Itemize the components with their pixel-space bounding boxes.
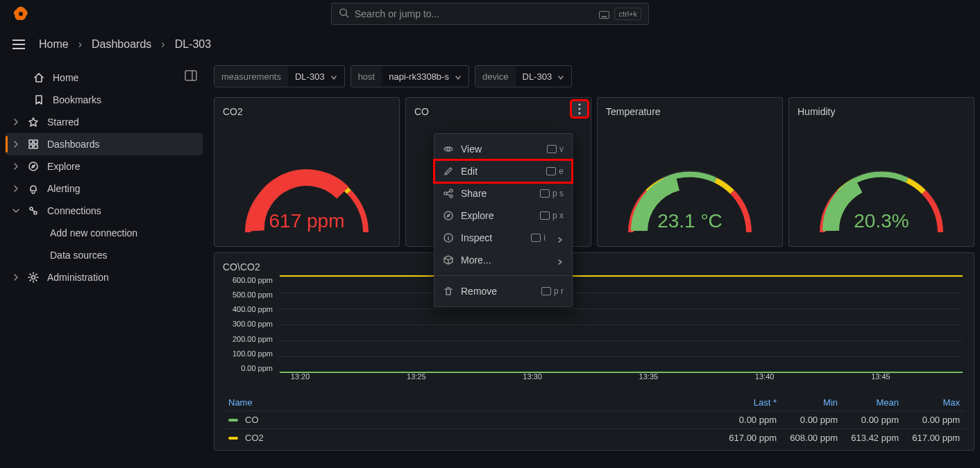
sidebar-item-dashboards[interactable]: Dashboards: [6, 133, 203, 155]
variable-host[interactable]: host napi-rk3308b-s: [350, 65, 469, 87]
gauge-reading: 23.1 °C: [617, 210, 763, 232]
search-shortcut: ctrl+k: [614, 8, 641, 20]
panel-title: CO\CO2: [223, 261, 965, 272]
share-icon: [443, 188, 454, 199]
gauge-humidity: 20.3%: [809, 149, 954, 239]
keyboard-icon: [540, 211, 550, 220]
gauge-reading: 617 ppm: [234, 210, 380, 232]
panel-title: CO: [414, 106, 582, 117]
svg-point-0: [19, 12, 23, 16]
search-icon: [339, 8, 355, 20]
sidebar-item-label: Add new connection: [50, 227, 137, 239]
breadcrumb-sep: ›: [78, 38, 82, 51]
sidebar-item-label: Connections: [47, 205, 101, 216]
x-axis: 13:20 13:25 13:30 13:35 13:40 13:45: [280, 372, 963, 382]
sidebar-item-label: Alerting: [47, 183, 80, 194]
sidebar-item-explore[interactable]: Explore: [6, 155, 203, 177]
chevron-down-icon: [11, 206, 21, 216]
panel-co2[interactable]: CO2 617 ppm: [214, 97, 400, 247]
sidebar-item-label: Data sources: [50, 250, 107, 261]
sidebar-item-add-connection[interactable]: Add new connection: [6, 222, 203, 244]
svg-point-22: [444, 211, 453, 220]
menu-separator: [434, 275, 572, 276]
keyboard-icon: [546, 167, 556, 175]
keyboard-icon: [599, 10, 610, 18]
variable-label: host: [351, 66, 382, 87]
sidebar-item-label: Home: [53, 72, 78, 83]
edit-icon: [443, 166, 454, 177]
svg-rect-9: [29, 145, 33, 148]
legend-col-last[interactable]: Last *: [716, 397, 777, 408]
svg-rect-8: [34, 140, 37, 144]
sidebar-item-home[interactable]: Home: [6, 67, 203, 89]
menu-toggle-button[interactable]: [12, 36, 29, 53]
legend-col-max[interactable]: Max: [899, 397, 960, 408]
variable-device[interactable]: device DL-303: [475, 65, 572, 87]
sidebar-item-alerting[interactable]: Alerting: [6, 177, 203, 200]
legend-col-name[interactable]: Name: [228, 397, 716, 408]
svg-line-2: [346, 15, 348, 17]
chevron-down-icon: [330, 73, 337, 80]
legend-col-min[interactable]: Min: [777, 397, 838, 408]
sidebar-item-administration[interactable]: Administration: [6, 266, 203, 288]
breadcrumb-home[interactable]: Home: [39, 38, 69, 51]
svg-rect-3: [600, 11, 609, 18]
variable-label: measurements: [214, 66, 288, 87]
svg-point-16: [579, 108, 581, 110]
menu-item-edit[interactable]: Edit e: [434, 160, 572, 182]
global-search-input[interactable]: Search or jump to... ctrl+k: [331, 3, 649, 25]
breadcrumb-current[interactable]: DL-303: [175, 38, 211, 51]
menu-item-remove[interactable]: Remove p r: [434, 280, 572, 302]
sidebar-item-data-sources[interactable]: Data sources: [6, 244, 203, 266]
sidebar-item-label: Administration: [47, 272, 109, 283]
keyboard-icon: [540, 189, 550, 198]
gauge-co2: 617 ppm: [234, 149, 380, 239]
svg-point-11: [29, 162, 37, 171]
top-bar: Search or jump to... ctrl+k: [0, 0, 980, 28]
keyboard-icon: [547, 145, 557, 153]
sidebar-item-bookmarks[interactable]: Bookmarks: [6, 89, 203, 111]
svg-rect-4: [602, 16, 607, 17]
sidebar-item-starred[interactable]: Starred: [6, 111, 203, 133]
home-icon: [33, 72, 44, 83]
panel-title: Humidity: [797, 106, 965, 117]
variable-value: DL-303: [295, 71, 325, 82]
grafana-logo-icon: [12, 6, 29, 22]
panel-temperature[interactable]: Temperature 23.1 °C: [597, 97, 783, 247]
sidebar-item-connections[interactable]: Connections: [6, 200, 203, 222]
chevron-down-icon: [455, 73, 462, 80]
svg-rect-7: [29, 140, 33, 144]
bookmark-icon: [33, 94, 44, 105]
panel-co-co2-graph[interactable]: CO\CO2 600.00 ppm 500.00 ppm 400.00 ppm …: [214, 252, 974, 451]
breadcrumb-dashboards[interactable]: Dashboards: [92, 38, 151, 51]
timeseries-plot: 600.00 ppm 500.00 ppm 400.00 ppm 300.00 …: [223, 277, 965, 382]
plug-icon: [28, 205, 39, 216]
star-icon: [28, 116, 39, 128]
variable-value: DL-303: [523, 71, 552, 82]
gear-icon: [28, 272, 39, 283]
chevron-right-icon: [11, 117, 21, 127]
eye-icon: [443, 144, 454, 155]
menu-item-explore[interactable]: Explore p x: [434, 205, 572, 227]
menu-item-more[interactable]: More...: [434, 249, 572, 271]
legend-row[interactable]: CO2 617.00 ppm 608.00 ppm 613.42 ppm 617…: [223, 428, 965, 447]
panel-humidity[interactable]: Humidity 20.3%: [788, 97, 974, 247]
gauge-reading: 20.3%: [809, 210, 954, 232]
chevron-down-icon: [557, 73, 564, 80]
info-icon: [443, 232, 454, 243]
menu-item-share[interactable]: Share p s: [434, 182, 572, 205]
panel-menu-button[interactable]: [571, 101, 588, 117]
menu-item-view[interactable]: View v: [434, 138, 572, 160]
panel-title: CO2: [223, 106, 391, 117]
legend-row[interactable]: CO 0.00 ppm 0.00 ppm 0.00 ppm 0.00 ppm: [223, 410, 965, 428]
cube-icon: [443, 254, 454, 266]
panel-context-menu: View v Edit e Share p s Explore p x Insp…: [434, 133, 573, 307]
nav-sidebar: Home Bookmarks Starred Dashboards Explor…: [0, 61, 208, 468]
legend-col-mean[interactable]: Mean: [838, 397, 899, 408]
chevron-right-icon: [11, 139, 21, 149]
svg-point-17: [579, 112, 581, 114]
svg-point-1: [340, 9, 346, 15]
variable-measurements[interactable]: measurements DL-303: [214, 65, 345, 87]
sidebar-item-label: Bookmarks: [53, 94, 101, 105]
menu-item-inspect[interactable]: Inspect i: [434, 227, 572, 249]
